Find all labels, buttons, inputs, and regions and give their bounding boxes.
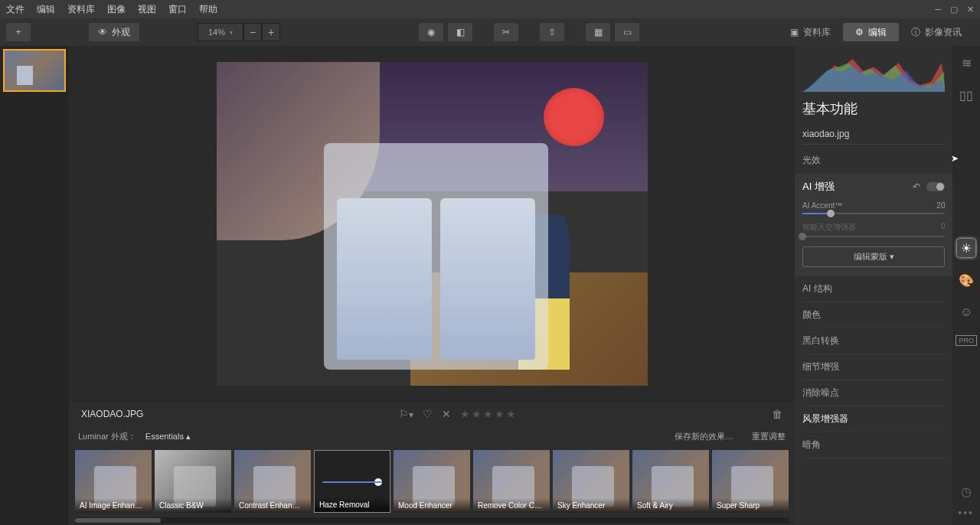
look-button[interactable]: 👁 外观 <box>89 23 139 41</box>
crop-button[interactable]: ✂ <box>494 23 518 41</box>
export-button[interactable]: ⇧ <box>540 23 564 41</box>
sky-enhance-value: 0 <box>941 222 946 233</box>
sliders-icon: ⚙ <box>855 27 864 38</box>
star-4[interactable]: ★ <box>495 408 505 420</box>
thumbnail-selected[interactable] <box>3 49 66 92</box>
add-button[interactable]: + <box>6 23 31 41</box>
preset-super-sharp[interactable]: Super Sharp <box>712 450 789 513</box>
preset-ai-enhance[interactable]: AI Image Enhan… <box>75 450 152 513</box>
reject-icon[interactable]: ✕ <box>442 408 451 420</box>
ai-enhance-title[interactable]: AI 增强 <box>802 180 835 194</box>
section-vignette[interactable]: 暗角 <box>802 432 945 458</box>
edit-panel: 基本功能 xiaodao.jpg 光效 AI 增强 ↶ AI Accent™ 2… <box>795 46 952 525</box>
preset-sky[interactable]: Sky Enhancer <box>553 450 629 513</box>
filename-label: XIAODAO.JPG <box>81 409 143 419</box>
preset-scrollbar[interactable] <box>75 517 789 523</box>
sky-enhance-slider[interactable] <box>802 236 945 237</box>
menu-file[interactable]: 文件 <box>6 3 24 16</box>
preset-strip: AI Image Enhan… Classic B&W Contrast Enh… <box>69 447 795 516</box>
star-3[interactable]: ★ <box>483 408 493 420</box>
section-light[interactable]: 光效 <box>802 148 945 174</box>
heart-icon[interactable]: ♡ <box>423 408 433 420</box>
undo-icon[interactable]: ↶ <box>913 181 920 192</box>
sky-enhance-label: 智能天空增强器 <box>802 222 856 233</box>
library-icon: ▣ <box>790 27 799 38</box>
save-preset-button[interactable]: 保存新的效果… <box>675 431 733 442</box>
presets-label: Luminar 外观： <box>78 431 136 442</box>
menu-window[interactable]: 窗口 <box>168 3 187 16</box>
presets-header: Luminar 外观： Essentials ▴ 保存新的效果… 重置调整 <box>69 426 795 447</box>
star-5[interactable]: ★ <box>506 408 516 420</box>
star-1[interactable]: ★ <box>460 408 470 420</box>
minimize-icon[interactable]: ─ <box>935 5 941 15</box>
tab-edit[interactable]: ⚙ 编辑 <box>843 23 899 41</box>
more-icon[interactable]: ••• <box>958 507 974 519</box>
panel-filename: xiaodao.jpg <box>802 124 945 145</box>
preset-soft-airy[interactable]: Soft & Airy <box>632 450 709 513</box>
zoom-in-button[interactable]: + <box>262 23 280 41</box>
ai-accent-value: 20 <box>936 201 945 210</box>
preset-remove-color[interactable]: Remove Color C… <box>473 450 550 513</box>
section-denoise[interactable]: 消除噪点 <box>802 380 945 406</box>
tool-sidebar: ≋ ▯▯ ☀ 🎨 ☺ PRO <box>952 46 980 525</box>
menu-bar: 文件 编辑 资料库 图像 视图 窗口 帮助 <box>6 3 217 16</box>
section-ai-enhance: AI 增强 ↶ AI Accent™ 20 智能天空增强器 <box>795 174 952 276</box>
section-landscape[interactable]: 风景增强器 <box>802 406 945 432</box>
creative-tool-icon[interactable]: 🎨 <box>957 271 975 289</box>
canvas-tool-icon[interactable]: ▯▯ <box>957 86 975 104</box>
ai-enhance-toggle[interactable] <box>926 182 945 191</box>
compare-button[interactable]: ◧ <box>448 23 472 41</box>
layers-icon[interactable]: ≋ <box>957 54 975 72</box>
ai-accent-slider[interactable] <box>802 213 945 214</box>
single-view-button[interactable]: ▭ <box>615 23 639 41</box>
info-icon: ⓘ <box>911 26 920 39</box>
window-controls: ─ ▢ ✕ <box>935 5 974 15</box>
preset-haze-removal[interactable]: Haze Removal <box>314 450 390 513</box>
basic-title: 基本功能 <box>802 99 945 118</box>
section-ai-structure[interactable]: AI 结构 <box>802 276 945 302</box>
histogram[interactable] <box>802 51 945 92</box>
edit-mask-button[interactable]: 编辑蒙版 ▾ <box>802 246 945 267</box>
filmstrip <box>0 46 69 525</box>
star-2[interactable]: ★ <box>472 408 482 420</box>
reset-button[interactable]: 重置调整 <box>752 431 786 442</box>
preset-mood[interactable]: Mood Enhancer <box>394 450 470 513</box>
trash-icon[interactable]: 🗑 <box>772 408 782 420</box>
zoom-display[interactable]: 14%▾ <box>198 23 243 41</box>
look-label: 外观 <box>112 26 130 39</box>
star-rating: ★ ★ ★ ★ ★ <box>460 408 516 420</box>
section-detail[interactable]: 细节增强 <box>802 354 945 380</box>
info-bar: XIAODAO.JPG ⚐▾ ♡ ✕ ★ ★ ★ ★ ★ 🗑 <box>69 402 795 426</box>
grid-view-button[interactable]: ▦ <box>586 23 610 41</box>
section-color[interactable]: 颜色 <box>802 302 945 328</box>
main-image <box>217 62 648 386</box>
preview-button[interactable]: ◉ <box>419 23 443 41</box>
portrait-tool-icon[interactable]: ☺ <box>957 303 975 321</box>
menu-help[interactable]: 帮助 <box>199 3 217 16</box>
ai-accent-label: AI Accent™ <box>802 201 842 210</box>
section-bw[interactable]: 黑白转换 <box>802 328 945 354</box>
close-icon[interactable]: ✕ <box>967 5 974 15</box>
tab-library[interactable]: ▣ 资料库 <box>778 23 843 41</box>
zoom-control: 14%▾ − + <box>198 23 280 41</box>
preset-classic-bw[interactable]: Classic B&W <box>155 450 231 513</box>
maximize-icon[interactable]: ▢ <box>950 5 958 15</box>
menu-edit[interactable]: 编辑 <box>37 3 55 16</box>
menu-view[interactable]: 视图 <box>138 3 156 16</box>
preset-contrast[interactable]: Contrast Enhan… <box>234 450 311 513</box>
essentials-tool-icon[interactable]: ☀ <box>957 239 975 257</box>
titlebar: 文件 编辑 资料库 图像 视图 窗口 帮助 ─ ▢ ✕ <box>0 0 980 18</box>
menu-image[interactable]: 图像 <box>107 3 126 16</box>
toolbar: + 👁 外观 14%▾ − + ◉ ◧ ✂ ⇧ ▦ ▭ ▣ 资料库 ⚙ <box>0 18 980 46</box>
menu-library[interactable]: 资料库 <box>67 3 95 16</box>
zoom-out-button[interactable]: − <box>243 23 262 41</box>
flag-icon[interactable]: ⚐▾ <box>399 408 413 420</box>
presets-category[interactable]: Essentials ▴ <box>145 432 191 442</box>
tab-info[interactable]: ⓘ 影像资讯 <box>899 23 974 41</box>
history-icon[interactable]: ◷ <box>961 484 972 499</box>
eye-icon: 👁 <box>98 27 107 38</box>
pro-tool-icon[interactable]: PRO <box>956 335 977 346</box>
canvas[interactable] <box>69 46 795 402</box>
